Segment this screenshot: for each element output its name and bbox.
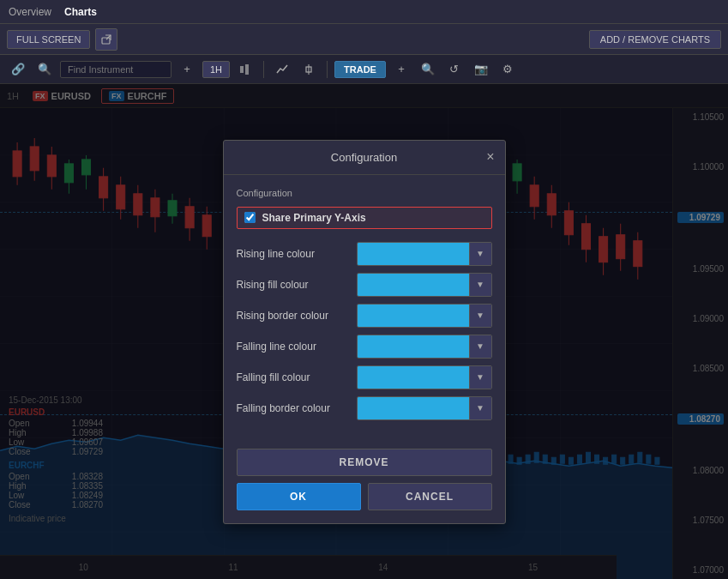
config-dialog: Configuration × Configuration Share Prim… (223, 140, 506, 524)
settings-icon[interactable]: ⚙ (496, 58, 519, 81)
falling-fill-swatch (358, 366, 469, 389)
close-icon[interactable]: × (486, 150, 494, 164)
main-toolbar: FULL SCREEN ADD / REMOVE CHARTS (0, 24, 728, 55)
falling-fill-picker[interactable]: ▼ (357, 365, 492, 389)
dialog-body: Configuration Share Primary Y-Axis Risin… (224, 175, 505, 440)
remove-button[interactable]: REMOVE (237, 449, 492, 476)
rising-line-picker[interactable]: ▼ (357, 242, 492, 266)
modal-overlay: Configuration × Configuration Share Prim… (0, 84, 728, 579)
falling-fill-label: Falling fill colour (237, 371, 357, 383)
ok-button[interactable]: OK (237, 483, 361, 510)
share-axis-label: Share Primary Y-Axis (262, 212, 366, 224)
falling-line-picker[interactable]: ▼ (357, 335, 492, 359)
rising-fill-label: Rising fill colour (237, 279, 357, 291)
rising-line-dropdown-icon[interactable]: ▼ (469, 243, 491, 265)
falling-border-label: Falling border colour (237, 402, 357, 414)
full-screen-button[interactable]: FULL SCREEN (7, 30, 90, 49)
falling-border-row: Falling border colour ▼ (237, 396, 492, 420)
toolbar-separator2 (327, 61, 328, 78)
share-axis-checkbox[interactable] (244, 212, 256, 223)
svg-rect-0 (102, 38, 110, 44)
rising-border-dropdown-icon[interactable]: ▼ (469, 305, 491, 327)
nav-charts[interactable]: Charts (64, 6, 97, 18)
rising-line-row: Rising line colour ▼ (237, 242, 492, 266)
rising-line-swatch (358, 243, 469, 265)
rising-fill-picker[interactable]: ▼ (357, 273, 492, 297)
action-row: OK CANCEL (237, 483, 492, 510)
falling-border-picker[interactable]: ▼ (357, 396, 492, 420)
rising-fill-row: Rising fill colour ▼ (237, 273, 492, 297)
zoom-icon[interactable]: 🔍 (417, 58, 439, 81)
svg-rect-2 (240, 66, 244, 73)
svg-rect-3 (245, 64, 249, 75)
rising-line-label: Rising line colour (237, 248, 357, 260)
falling-fill-row: Falling fill colour ▼ (237, 365, 492, 389)
rising-border-row: Rising border colour ▼ (237, 304, 492, 328)
dialog-footer: REMOVE OK CANCEL (224, 440, 505, 523)
line-chart-icon[interactable] (271, 58, 293, 81)
cancel-button[interactable]: CANCEL (368, 483, 492, 510)
falling-line-row: Falling line colour ▼ (237, 335, 492, 359)
trade-button[interactable]: TRADE (334, 61, 386, 78)
rising-border-picker[interactable]: ▼ (357, 304, 492, 328)
dialog-title: Configuration (331, 151, 397, 164)
toolbar-separator (263, 61, 264, 78)
refresh-icon[interactable]: ↺ (443, 58, 466, 81)
search-icon[interactable]: 🔍 (33, 58, 56, 81)
timeframe-btn[interactable]: 1H (202, 61, 230, 78)
dialog-header: Configuration × (224, 141, 505, 175)
falling-fill-dropdown-icon[interactable]: ▼ (469, 366, 491, 389)
compare-icon[interactable] (234, 58, 256, 81)
falling-border-dropdown-icon[interactable]: ▼ (469, 397, 491, 419)
nav-overview[interactable]: Overview (9, 6, 51, 18)
chart-toolbar: 🔗 🔍 + 1H TRADE + 🔍 ↺ 📷 ⚙ (0, 55, 728, 84)
add-remove-charts-button[interactable]: ADD / REMOVE CHARTS (589, 30, 721, 49)
add-instrument-icon[interactable]: + (176, 58, 198, 81)
rising-fill-swatch (358, 274, 469, 296)
falling-line-label: Falling line colour (237, 341, 357, 353)
crosshair-icon[interactable]: + (390, 58, 412, 81)
falling-border-swatch (358, 397, 469, 419)
rising-border-label: Rising border colour (237, 310, 357, 322)
rising-border-swatch (358, 305, 469, 327)
external-link-icon[interactable] (95, 28, 117, 51)
top-nav: Overview Charts (0, 0, 728, 24)
falling-line-swatch (358, 335, 469, 358)
candle-chart-icon[interactable] (298, 58, 320, 81)
share-axis-row: Share Primary Y-Axis (237, 207, 492, 229)
chart-area: 1H FX EURUSD FX EURCHF (0, 84, 728, 579)
config-section-title: Configuration (237, 188, 492, 198)
search-input[interactable] (60, 61, 171, 78)
rising-fill-dropdown-icon[interactable]: ▼ (469, 274, 491, 296)
falling-line-dropdown-icon[interactable]: ▼ (469, 335, 491, 358)
camera-icon[interactable]: 📷 (470, 58, 492, 81)
link-icon[interactable]: 🔗 (7, 58, 29, 81)
